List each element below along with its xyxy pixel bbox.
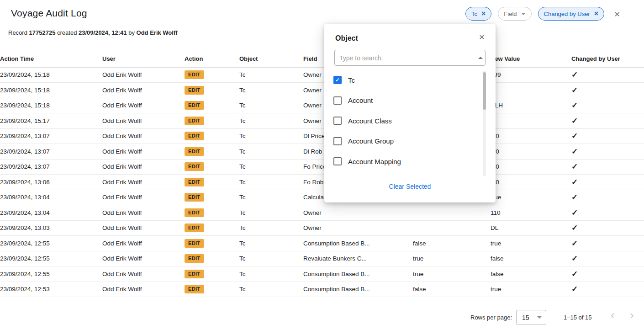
chevron-up-icon[interactable] (478, 57, 483, 59)
check-icon: ✓ (571, 162, 578, 171)
cell-action-time: 23/09/2024, 15:18 (0, 67, 102, 83)
cell-user: Odd Erik Wolff (102, 190, 185, 205)
check-icon: ✓ (571, 208, 578, 217)
cell-action: EDIT (185, 98, 239, 113)
cell-object: Tc (239, 113, 303, 129)
cell-changed-by-user: ✓ (571, 83, 644, 98)
cell-old-value (413, 205, 491, 221)
cell-action: EDIT (185, 282, 239, 297)
action-badge: EDIT (185, 239, 204, 248)
column-header-new-value: New Value (491, 50, 571, 67)
popup-close-icon[interactable]: × (479, 32, 485, 42)
action-badge: EDIT (185, 132, 204, 140)
object-option[interactable]: ✓ Account (324, 90, 481, 111)
cell-action-time: 23/09/2024, 13:04 (0, 190, 102, 205)
object-option[interactable]: ✓ Account Group (324, 131, 481, 152)
check-icon: ✓ (571, 178, 578, 186)
cell-new-value: 999 (491, 67, 571, 83)
cell-action: EDIT (185, 144, 239, 160)
page-range-label: 1–15 of 15 (564, 314, 591, 321)
cell-new-value: DL (491, 220, 571, 236)
cell-user: Odd Erik Wolff (102, 113, 185, 129)
cell-changed-by-user: ✓ (571, 98, 644, 113)
cell-changed-by-user: ✓ (571, 128, 644, 144)
previous-page-button[interactable]: ‹ (611, 309, 615, 321)
cell-action: EDIT (185, 159, 239, 175)
action-badge: EDIT (185, 193, 204, 202)
cell-object: Tc (239, 144, 303, 160)
cell-action-time: 23/09/2024, 12:55 (0, 266, 102, 282)
checkbox[interactable]: ✓ (333, 76, 342, 84)
table-row: 23/09/2024, 15:17 Odd Erik Wolff EDIT Tc… (0, 113, 644, 129)
next-page-button[interactable]: › (630, 309, 634, 321)
action-badge: EDIT (185, 178, 204, 186)
record-label: Record (8, 29, 27, 36)
check-icon: ✓ (571, 147, 578, 156)
remove-filter-changed-by-user-icon[interactable]: × (594, 10, 598, 17)
table-row: 23/09/2024, 15:18 Odd Erik Wolff EDIT Tc… (0, 83, 644, 98)
filter-chip-tc[interactable]: Tc × (465, 7, 491, 21)
check-icon: ✓ (571, 254, 578, 263)
cell-action: EDIT (185, 113, 239, 129)
cell-action: EDIT (185, 251, 239, 266)
cell-field: Consumption Based B... (303, 282, 413, 297)
cell-action: EDIT (185, 190, 239, 205)
option-label: Account Group (348, 137, 394, 145)
filter-chip-field[interactable]: Field (498, 7, 531, 21)
cell-action: EDIT (185, 220, 239, 236)
chevron-down-icon (521, 13, 526, 15)
cell-field: Owner (303, 205, 413, 221)
object-option[interactable]: ✓ Tc (324, 70, 481, 90)
action-badge: EDIT (185, 270, 204, 278)
cell-old-value (413, 220, 491, 236)
action-badge: EDIT (185, 147, 204, 156)
cell-object: Tc (239, 83, 303, 98)
audit-log-table: Action Time User Action Object Field Old… (0, 50, 644, 297)
remove-filter-tc-icon[interactable]: × (481, 10, 486, 17)
cell-new-value: true (491, 190, 571, 205)
cell-new-value: false (491, 251, 571, 266)
cell-action-time: 23/09/2024, 13:07 (0, 159, 102, 175)
cell-object: Tc (239, 251, 303, 266)
cell-object: Tc (239, 205, 303, 221)
action-badge: EDIT (185, 86, 204, 95)
cell-action: EDIT (185, 67, 239, 83)
checkbox[interactable]: ✓ (333, 117, 342, 125)
table-row: 23/09/2024, 13:04 Odd Erik Wolff EDIT Tc… (0, 205, 644, 221)
cell-action: EDIT (185, 175, 239, 190)
rows-per-page-select[interactable]: 15 (516, 310, 546, 325)
cell-action-time: 23/09/2024, 13:04 (0, 205, 102, 221)
scrollbar-thumb[interactable] (483, 72, 486, 110)
table-row: 23/09/2024, 12:55 Odd Erik Wolff EDIT Tc… (0, 266, 644, 282)
checkbox[interactable]: ✓ (333, 96, 342, 105)
column-header-changed-by-user: Changed by User (571, 50, 644, 67)
table-row: 23/09/2024, 13:03 Odd Erik Wolff EDIT Tc… (0, 220, 644, 236)
cell-action-time: 23/09/2024, 15:18 (0, 83, 102, 98)
pagination-bar: Rows per page: 15 1–15 of 15 ‹ › (0, 305, 644, 330)
cell-field: Consumption Based B... (303, 236, 413, 251)
cell-object: Tc (239, 282, 303, 297)
cell-changed-by-user: ✓ (571, 266, 644, 282)
chevron-down-icon (537, 316, 542, 319)
check-icon: ✓ (571, 224, 578, 232)
cell-changed-by-user: ✓ (571, 159, 644, 175)
object-search-input[interactable] (334, 50, 486, 66)
cell-user: Odd Erik Wolff (102, 251, 185, 266)
checkbox[interactable]: ✓ (333, 157, 342, 165)
checkbox[interactable]: ✓ (333, 137, 342, 145)
cell-user: Odd Erik Wolff (102, 159, 185, 175)
cell-old-value: false (413, 236, 491, 251)
column-header-action: Action (185, 50, 239, 67)
cell-action-time: 23/09/2024, 13:03 (0, 220, 102, 236)
object-option[interactable]: ✓ Account Mapping (324, 151, 481, 172)
close-icon[interactable]: × (614, 9, 620, 19)
cell-new-value: false (491, 266, 571, 282)
cell-action-time: 23/09/2024, 15:17 (0, 113, 102, 129)
action-badge: EDIT (185, 208, 204, 217)
cell-action: EDIT (185, 236, 239, 251)
cell-new-value: 0.0 (491, 128, 571, 144)
object-option[interactable]: ✓ Account Class (324, 111, 481, 131)
filter-chip-changed-by-user[interactable]: Changed by User × (538, 7, 605, 21)
clear-selected-button[interactable]: Clear Selected (324, 183, 496, 190)
cell-user: Odd Erik Wolff (102, 266, 185, 282)
